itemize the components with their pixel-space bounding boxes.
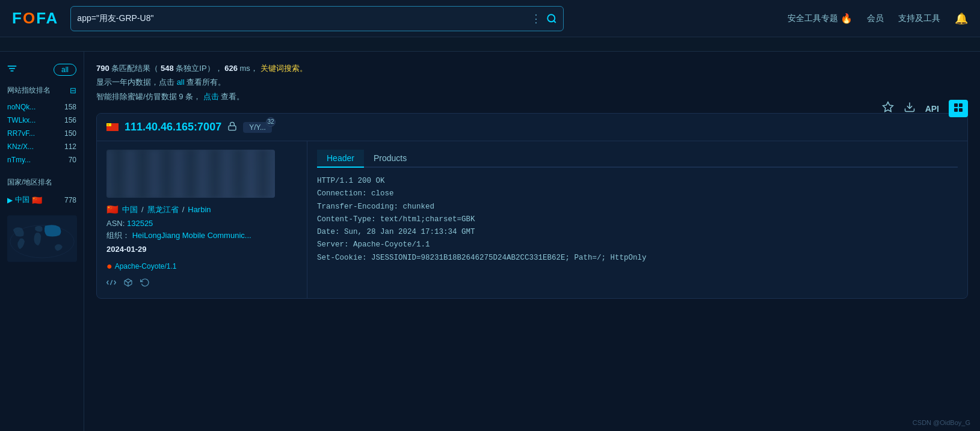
api-button[interactable]: API <box>925 104 939 114</box>
info-line1-end: 查看所有。 <box>186 78 226 87</box>
tech-dot-icon: ● <box>106 261 112 272</box>
info-line2: 智能排除蜜罐/仿冒数据 9 条， <box>96 92 201 101</box>
city-link[interactable]: Harbin <box>188 205 211 214</box>
sidebar-item-4[interactable]: KNz/X... 112 <box>7 140 76 153</box>
filter-icon[interactable] <box>7 64 17 75</box>
org-value[interactable]: HeiLongJiang Mobile Communic... <box>132 231 251 240</box>
country-count: 778 <box>64 196 76 204</box>
location-flag-icon: 🇨🇳 <box>106 204 119 215</box>
card-right-panel: Header Products HTTP/1.1 200 OK Connecti… <box>307 141 967 298</box>
nav-member[interactable]: 会员 <box>867 13 884 24</box>
sidebar-header: all <box>7 64 76 76</box>
content-toolbar: API <box>882 100 968 117</box>
search-input[interactable] <box>77 14 526 23</box>
header-line-3: Transfer-Encoding: chunked <box>317 201 958 213</box>
lock-icon <box>227 121 237 133</box>
sidebar-label-1: noNQk... <box>7 103 35 111</box>
country-section-title: 国家/地区排名 <box>7 177 76 188</box>
sidebar-count-3: 150 <box>64 129 76 138</box>
header-line-1: HTTP/1.1 200 OK <box>317 175 958 188</box>
time-ms: 626 <box>224 64 238 73</box>
svg-text:★: ★ <box>107 123 109 126</box>
filter-section-icon[interactable]: ⊟ <box>70 86 76 95</box>
screenshot-blur <box>106 150 275 198</box>
ip-address[interactable]: 111.40.46.165:7007 <box>125 121 221 133</box>
card-header: ★ 111.40.46.165:7007 Y/Y... 32 <box>97 114 967 141</box>
search-options-icon[interactable]: ⋮ <box>526 12 546 25</box>
asn-value[interactable]: 132525 <box>127 219 153 228</box>
world-map <box>7 215 77 263</box>
tech-badge: ● Apache-Coyote/1.1 <box>106 261 176 272</box>
date-row: 2024-01-29 <box>106 245 297 254</box>
card-left-panel: 🇨🇳 中国 / 黑龙江省 / Harbin ASN: 132525 组织： He… <box>97 141 307 298</box>
world-map-svg <box>7 215 77 263</box>
check-link[interactable]: 点击 <box>203 92 219 101</box>
grid-view-button[interactable] <box>949 100 968 117</box>
all-link[interactable]: all <box>177 78 185 87</box>
tab-header[interactable]: Header <box>317 150 364 168</box>
sidebar-count-2: 156 <box>64 116 76 124</box>
code-icon[interactable] <box>106 278 116 289</box>
sidebar-label-3: RR7vF... <box>7 129 35 138</box>
province-link[interactable]: 黑龙江省 <box>147 204 179 215</box>
tag-label: Y/Y... <box>249 123 266 132</box>
sidebar-count-5: 70 <box>69 156 76 164</box>
sidebar-count-1: 158 <box>64 103 76 111</box>
org-label: 组织： <box>106 231 130 240</box>
sidebar-item-5[interactable]: nTmy... 70 <box>7 153 76 167</box>
sidebar-count-4: 112 <box>64 142 76 151</box>
card-flag-icon: ★ <box>106 123 119 132</box>
country-link[interactable]: 中国 <box>122 204 138 215</box>
country-item-china[interactable]: ▶ 中国 🇨🇳 778 <box>7 192 76 207</box>
fire-icon: 🔥 <box>840 13 852 24</box>
tag-badge[interactable]: Y/Y... 32 <box>243 122 272 133</box>
keyword-search-link[interactable]: 关键词搜索。 <box>260 64 307 73</box>
logo-o: O <box>23 9 36 27</box>
header-line-7: Set-Cookie: JSESSIONID=98231B18B2646275D… <box>317 252 958 264</box>
second-nav-bar <box>0 37 980 52</box>
cube-icon[interactable] <box>123 278 133 290</box>
svg-rect-5 <box>7 215 77 261</box>
refresh-icon[interactable] <box>140 278 150 290</box>
expand-arrow-icon: ▶ <box>7 196 13 204</box>
result-card: ★ 111.40.46.165:7007 Y/Y... 32 <box>96 113 968 299</box>
svg-rect-9 <box>954 103 958 107</box>
nav-support[interactable]: 支持及工具 <box>898 13 940 24</box>
content-area: 790 条匹配结果（ 548 条独立IP）， 626 ms， 关键词搜索。 显示… <box>84 52 980 431</box>
all-filter-badge[interactable]: all <box>54 64 76 76</box>
search-button[interactable] <box>546 13 557 24</box>
tech-label[interactable]: Apache-Coyote/1.1 <box>115 262 177 271</box>
nav-security-tools[interactable]: 安全工具专题 🔥 <box>787 13 852 24</box>
svg-line-1 <box>554 20 556 22</box>
tab-products[interactable]: Products <box>364 150 416 168</box>
sidebar-label-2: TWLkx... <box>7 116 35 124</box>
search-bar: ⋮ <box>70 6 564 31</box>
header-line-2: Connection: close <box>317 188 958 200</box>
tag-count: 32 <box>266 117 276 127</box>
star-icon[interactable] <box>882 101 894 116</box>
card-actions <box>106 278 297 290</box>
header-line-4: Content-Type: text/html;charset=GBK <box>317 213 958 226</box>
notification-bell-icon[interactable]: 🔔 <box>955 12 968 25</box>
org-row: 组织： HeiLongJiang Mobile Communic... <box>106 230 297 241</box>
asn-row: ASN: 132525 <box>106 219 297 228</box>
logo[interactable]: FOFA <box>12 9 58 28</box>
country-section-label: 国家/地区排名 <box>7 177 52 188</box>
sidebar-item-2[interactable]: TWLkx... 156 <box>7 114 76 127</box>
svg-rect-12 <box>959 108 963 112</box>
svg-point-0 <box>548 14 555 22</box>
country-label: 中国 <box>15 195 29 205</box>
download-icon[interactable] <box>904 101 916 116</box>
sidebar-label-5: nTmy... <box>7 156 31 164</box>
total-count: 790 <box>96 64 109 73</box>
tabs: Header Products <box>317 150 958 168</box>
sidebar-item-1[interactable]: noNQk... 158 <box>7 100 76 114</box>
nav-items: 安全工具专题 🔥 会员 支持及工具 🔔 <box>787 12 968 25</box>
results-header: 790 条匹配结果（ 548 条独立IP）， 626 ms， 关键词搜索。 显示… <box>96 61 968 103</box>
check-end: 查看。 <box>221 92 244 101</box>
info-line1: 显示一年内数据，点击 <box>96 78 174 87</box>
asn-label: ASN: <box>106 219 125 228</box>
unique-ip-count: 548 <box>161 64 174 73</box>
sidebar-item-3[interactable]: RR7vF... 150 <box>7 127 76 140</box>
main-layout: all 网站指纹排名 ⊟ noNQk... 158 TWLkx... 156 R… <box>0 52 980 431</box>
